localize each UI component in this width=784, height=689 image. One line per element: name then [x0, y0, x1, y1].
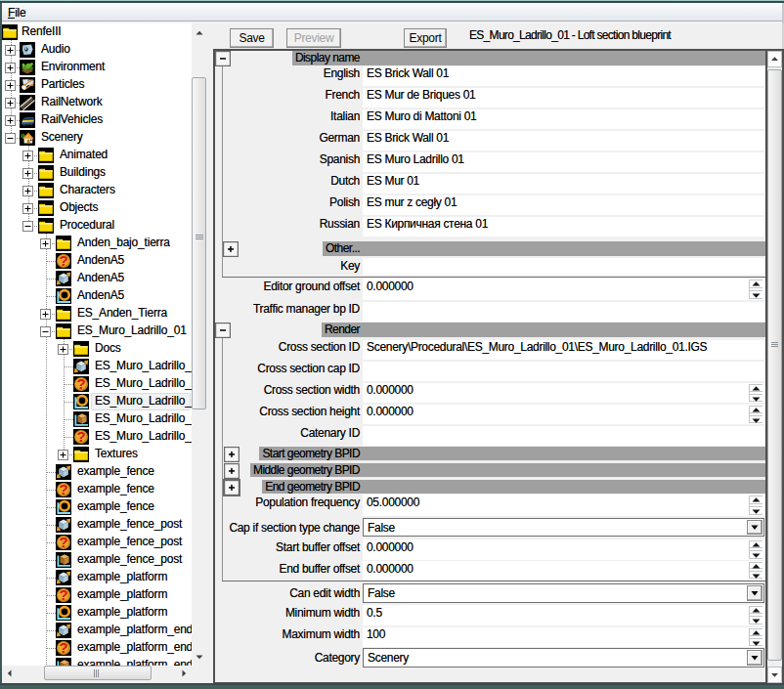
- svg-text:?: ?: [60, 640, 68, 656]
- svg-text:?: ?: [60, 253, 68, 269]
- svg-text:?: ?: [60, 535, 68, 550]
- svg-text:?: ?: [60, 482, 68, 497]
- svg-text:?: ?: [60, 587, 68, 603]
- svg-text:?: ?: [77, 429, 86, 445]
- svg-text:?: ?: [77, 376, 86, 392]
